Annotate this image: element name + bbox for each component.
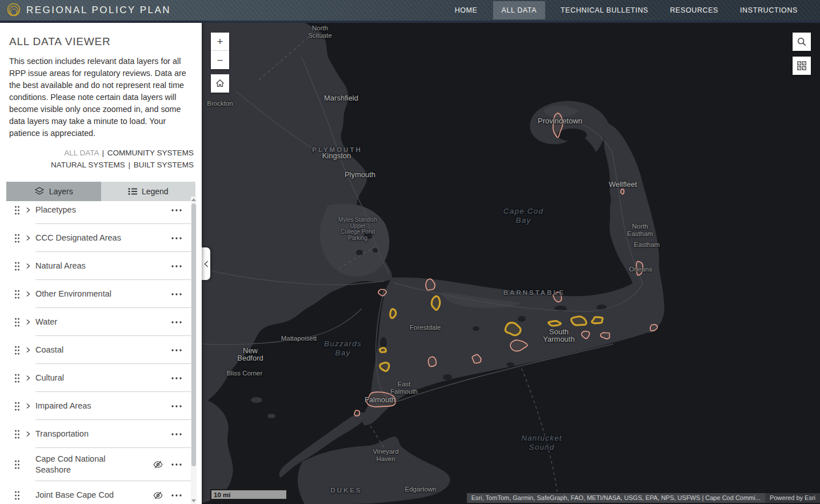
layers-icon (34, 187, 45, 196)
chevron-left-icon (204, 261, 209, 267)
layer-row-transportation: Transportation (0, 420, 191, 448)
layer-options-button[interactable] (170, 206, 183, 215)
visibility-off-icon[interactable] (153, 490, 163, 500)
sidebar-scrollbar[interactable] (191, 197, 197, 504)
dataset-links: ALL DATA | COMMUNITY SYSTEMS NATURAL SYS… (9, 147, 194, 171)
drag-handle-icon[interactable] (14, 402, 20, 411)
map-canvas[interactable]: North ScituateBrocktonMarshfieldPLYMOUTH… (202, 23, 820, 504)
zoom-out-button[interactable]: − (211, 51, 229, 69)
layer-options-button[interactable] (170, 318, 183, 327)
layer-options-button[interactable] (170, 430, 183, 439)
nav-all-data[interactable]: ALL DATA (493, 1, 546, 19)
link-community-systems[interactable]: COMMUNITY SYSTEMS (107, 149, 194, 157)
layer-row-impaired-areas: Impaired Areas (0, 392, 191, 420)
expand-chevron-icon[interactable] (25, 291, 33, 297)
layer-row-joint-base-cape-cod: Joint Base Cape Cod (0, 481, 191, 504)
nav-technical-bulletins[interactable]: TECHNICAL BULLETINS (559, 1, 649, 19)
scroll-thumb[interactable] (191, 203, 196, 466)
drag-handle-icon[interactable] (14, 430, 20, 439)
drag-handle-icon[interactable] (14, 206, 20, 215)
drag-handle-icon[interactable] (14, 290, 20, 299)
nav-instructions[interactable]: INSTRUCTIONS (739, 1, 799, 19)
zoom-in-button[interactable]: + (211, 33, 229, 51)
designated-area-outline (380, 363, 389, 371)
expand-chevron-icon[interactable] (25, 235, 33, 241)
layer-label: Coastal (35, 345, 142, 355)
basemap (202, 23, 820, 504)
layer-options-button[interactable] (170, 290, 183, 299)
link-all-data[interactable]: ALL DATA (64, 149, 99, 157)
expand-chevron-icon[interactable] (25, 375, 33, 381)
nav-resources[interactable]: RESOURCES (669, 1, 719, 19)
environmental-area-outline (621, 189, 624, 194)
layer-label: Transportation (35, 429, 142, 439)
expand-chevron-icon[interactable] (25, 207, 33, 213)
layer-options-button[interactable] (170, 374, 183, 383)
drag-handle-icon[interactable] (14, 491, 20, 500)
layer-list: PlacetypesCCC Designated AreasNatural Ar… (0, 196, 191, 504)
expand-chevron-icon[interactable] (25, 403, 33, 409)
environmental-area-outline (636, 261, 642, 275)
scroll-up-icon[interactable] (191, 198, 196, 201)
environmental-area-outline (367, 392, 396, 407)
search-icon (797, 37, 807, 47)
rpp-logo-icon (6, 2, 22, 18)
layer-label: Joint Base Cape Cod (35, 490, 142, 501)
nav-home[interactable]: HOME (454, 1, 479, 19)
drag-handle-icon[interactable] (14, 374, 20, 383)
drag-handle-icon[interactable] (14, 318, 20, 327)
layer-row-water: Water (0, 308, 191, 336)
layer-label: Other Environmental (35, 289, 142, 299)
scale-bar: 10 mi (210, 489, 287, 500)
panel-title: ALL DATA VIEWER (9, 35, 193, 48)
minus-icon: − (217, 55, 223, 66)
attribution-bar: Esri, TomTom, Garmin, SafeGraph, FAO, ME… (467, 493, 820, 503)
expand-chevron-icon[interactable] (25, 319, 33, 325)
scroll-down-icon[interactable] (191, 499, 196, 502)
layer-options-button[interactable] (170, 346, 183, 355)
layer-options-button[interactable] (170, 460, 183, 469)
layer-row-other-environmental: Other Environmental (0, 280, 191, 308)
powered-by-esri: Powered by Esri (765, 493, 820, 503)
layer-options-button[interactable] (170, 491, 183, 500)
layer-label: Natural Areas (35, 261, 142, 271)
drag-handle-icon[interactable] (14, 460, 20, 469)
layer-row-cape-cod-national-seashore: Cape Cod National Seashore (0, 448, 191, 481)
home-extent-button[interactable] (211, 74, 229, 93)
header: REGIONAL POLICY PLAN HOMEALL DATATECHNIC… (0, 0, 820, 23)
expand-chevron-icon[interactable] (25, 347, 33, 353)
designated-area-outline (592, 317, 603, 323)
layer-options-button[interactable] (170, 262, 183, 271)
designated-area-outline (571, 317, 586, 325)
environmental-area-outline (428, 357, 436, 366)
layer-row-coastal: Coastal (0, 336, 191, 364)
home-icon (215, 78, 225, 89)
link-built-systems[interactable]: BUILT SYSTEMS (134, 161, 194, 169)
layer-label: Placetypes (35, 205, 142, 215)
drag-handle-icon[interactable] (14, 346, 20, 355)
link-natural-systems[interactable]: NATURAL SYSTEMS (51, 161, 125, 169)
drag-handle-icon[interactable] (14, 234, 20, 243)
designated-area-outline (431, 296, 439, 310)
search-button[interactable] (793, 33, 811, 51)
layer-label: Water (35, 317, 142, 327)
expand-chevron-icon[interactable] (25, 263, 33, 269)
layer-options-button[interactable] (170, 234, 183, 243)
attribution-text: Esri, TomTom, Garmin, SafeGraph, FAO, ME… (467, 493, 765, 503)
layer-options-button[interactable] (170, 402, 183, 411)
expand-squares-button[interactable] (793, 57, 811, 75)
expand-squares-icon (797, 61, 807, 71)
designated-area-outline (549, 321, 561, 326)
layer-label: Cultural (35, 373, 142, 383)
layer-row-placetypes: Placetypes (0, 196, 191, 224)
app-title: REGIONAL POLICY PLAN (26, 5, 171, 16)
visibility-off-icon[interactable] (153, 460, 163, 470)
layer-row-cultural: Cultural (0, 364, 191, 392)
zoom-controls: + − (211, 33, 229, 69)
designated-area-outline (390, 309, 396, 318)
layer-label: Cape Cod National Seashore (35, 454, 142, 475)
drag-handle-icon[interactable] (14, 262, 20, 271)
legend-icon (128, 187, 137, 195)
expand-chevron-icon[interactable] (25, 431, 33, 437)
sidebar-collapse-handle[interactable] (202, 247, 210, 280)
